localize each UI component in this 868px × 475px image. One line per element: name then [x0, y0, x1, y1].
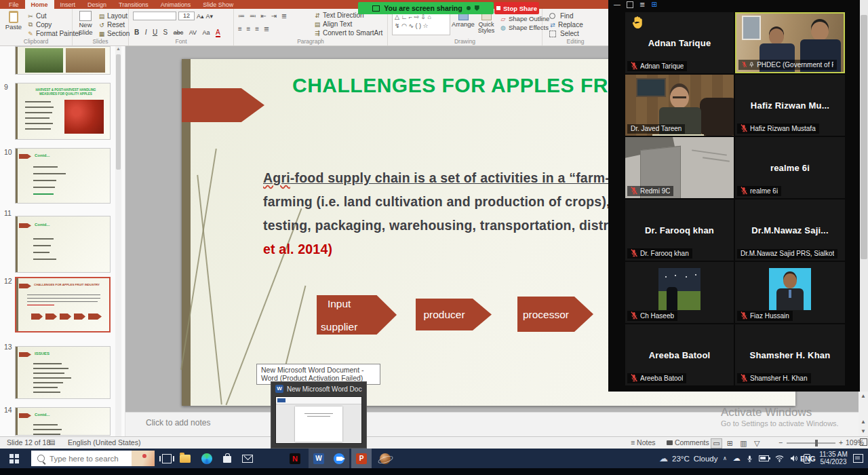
- participant-tile-ch-haseeb[interactable]: Ch Haseeb: [625, 262, 734, 323]
- tab-design[interactable]: Design: [81, 0, 113, 9]
- tab-insert[interactable]: Insert: [54, 0, 82, 9]
- list-buttons[interactable]: ≔ ≕ ⇤ ⇥ ≣: [238, 12, 288, 20]
- zoom-app-button[interactable]: [329, 449, 349, 468]
- slide-title[interactable]: CHALLENGES FOR APPLES FR: [292, 74, 608, 97]
- tab-file[interactable]: File: [3, 0, 25, 9]
- stop-share-button[interactable]: Stop Share: [494, 2, 539, 14]
- thumbnail-slide-13[interactable]: ISSUES: [15, 346, 111, 399]
- select-button[interactable]: Select: [549, 29, 583, 38]
- battery-icon[interactable]: [759, 455, 769, 461]
- slide-body-text[interactable]: Agri-food supply chain is a set of activ…: [263, 166, 620, 261]
- search-input[interactable]: [48, 454, 132, 463]
- action-center-button[interactable]: [853, 449, 863, 468]
- slide-scrollbar[interactable]: ▲ ▲ ▼: [859, 392, 868, 436]
- netflix-button[interactable]: N: [285, 449, 305, 468]
- mail-button[interactable]: [237, 449, 258, 468]
- clock[interactable]: 11:35 AM 5/4/2023: [816, 451, 850, 466]
- participant-tile-areeba-batool[interactable]: Areeba Batool Areeba Batool: [625, 324, 734, 385]
- word-preview-thumbnail[interactable]: [275, 396, 362, 444]
- char-spacing-button[interactable]: AV: [189, 29, 197, 36]
- edge-button[interactable]: [197, 449, 217, 468]
- bold-button[interactable]: B: [134, 28, 139, 36]
- thumbnail-slide-14[interactable]: Contd...: [15, 407, 111, 436]
- align-buttons[interactable]: ≡ ≡ ≡ ≣: [238, 25, 271, 33]
- zoom-panel-scrollbar-thumb[interactable]: [861, 15, 867, 259]
- shrink-font-icon[interactable]: A▾: [206, 13, 214, 20]
- participant-tile-shamsher-khan[interactable]: Shamsher H. Khan Shamsher H. Khan: [735, 324, 845, 385]
- powerpoint-button[interactable]: P: [351, 449, 372, 468]
- participant-tile-nawaz-sajid[interactable]: Dr.M.Nawaz Saji... Dr.M.Nawaz Sajid PRS,…: [735, 200, 845, 261]
- word-button[interactable]: W: [309, 449, 329, 468]
- quick-styles-button[interactable]: Quick Styles: [475, 12, 498, 34]
- font-name-box[interactable]: [133, 12, 176, 20]
- participant-tile-javed-tareen[interactable]: Dr. Javed Tareen: [625, 75, 734, 136]
- fit-slide-to-window-icon[interactable]: [860, 438, 867, 446]
- replace-button[interactable]: ⇄Replace: [549, 20, 583, 29]
- title-arrow-shape[interactable]: [182, 88, 264, 122]
- notes-toggle[interactable]: ≡ Notes: [631, 438, 656, 446]
- reset-button[interactable]: ↺Reset: [98, 20, 130, 29]
- shadow-button[interactable]: S: [163, 28, 168, 36]
- normal-view-button[interactable]: ▭: [711, 438, 722, 449]
- notes-placeholder[interactable]: Click to add notes: [146, 418, 210, 428]
- reading-view-button[interactable]: ▥: [738, 439, 749, 448]
- list-view-icon[interactable]: ≣: [639, 1, 645, 8]
- start-button[interactable]: [0, 449, 31, 468]
- previous-slide-button[interactable]: ▲: [859, 417, 868, 427]
- display-settings-icon[interactable]: ▤: [49, 438, 55, 446]
- onedrive-icon[interactable]: ☁: [733, 454, 741, 463]
- speaker-view-icon[interactable]: [627, 1, 633, 8]
- zoom-in-button[interactable]: +: [839, 438, 843, 446]
- participant-tile-adnan-tarique[interactable]: Adnan Tarique Adnan Tarique: [625, 12, 734, 73]
- thumbnail-scrollbar[interactable]: ▲: [115, 46, 121, 436]
- tray-mic-icon[interactable]: [747, 455, 753, 463]
- shape-gallery[interactable]: △ ∟ ⌐ ⇨ ⇩ ⌂ ↯ ◠ ∿ ( ) ☆: [392, 11, 450, 35]
- microsoft-store-button[interactable]: [217, 449, 237, 468]
- align-text-button[interactable]: ▤Align Text: [314, 20, 382, 28]
- participant-tile-redmi-9c[interactable]: Redmi 9C: [625, 137, 734, 198]
- zoom-panel-scrollbar[interactable]: [860, 0, 868, 392]
- font-size-box[interactable]: 12: [178, 12, 195, 20]
- change-case-button[interactable]: Aa: [203, 29, 210, 36]
- wifi-icon[interactable]: [775, 455, 784, 462]
- find-button[interactable]: Find: [549, 12, 583, 20]
- game-app-button[interactable]: [375, 449, 395, 468]
- slideshow-button[interactable]: ▽: [751, 439, 763, 448]
- comments-toggle[interactable]: Comments: [667, 438, 709, 446]
- flow-arrow-input-supplier[interactable]: Inputsupplier: [317, 295, 397, 335]
- tray-expand-icon[interactable]: ∧: [723, 455, 727, 461]
- zoom-slider[interactable]: [787, 442, 835, 444]
- taskbar-search[interactable]: [31, 451, 155, 466]
- tab-slideshow[interactable]: Slide Show: [197, 0, 239, 9]
- grow-font-icon[interactable]: A▴: [197, 13, 204, 20]
- tab-home[interactable]: Home: [25, 0, 54, 9]
- layout-button[interactable]: ▤Layout: [98, 12, 130, 20]
- gallery-view-icon[interactable]: ⊞: [651, 1, 656, 8]
- tab-transitions[interactable]: Transitions: [113, 0, 155, 9]
- thumbnail-slide-12-selected[interactable]: CHALLENGES FOR APPLES FRUIT INDUSTRY: [15, 277, 111, 332]
- thumbnail-slide-11[interactable]: Contd...: [15, 216, 111, 273]
- slide-sorter-view-button[interactable]: ⊞: [724, 439, 736, 448]
- section-button[interactable]: ▦Section: [98, 29, 130, 38]
- language-switcher[interactable]: ENG: [800, 449, 816, 468]
- zoom-out-button[interactable]: −: [778, 438, 783, 446]
- italic-button[interactable]: I: [145, 28, 147, 36]
- paste-button[interactable]: Paste: [1, 11, 26, 31]
- slide-count-indicator[interactable]: Slide 12 of 18: [7, 438, 50, 446]
- smartart-button[interactable]: ⇶Convert to SmartArt: [314, 28, 382, 37]
- participant-tile-farooq-khan[interactable]: Dr. Farooq khan Dr. Farooq khan: [625, 200, 734, 261]
- file-explorer-button[interactable]: [175, 449, 195, 468]
- participant-tile-realme-6i[interactable]: realme 6i realme 6i: [735, 137, 845, 198]
- minimize-window-icon[interactable]: —: [614, 1, 620, 8]
- word-taskbar-preview[interactable]: W New Microsoft Word Documen...: [271, 381, 367, 449]
- participant-tile-phdec[interactable]: PHDEC (Government of Pakistan): [735, 12, 845, 73]
- thumbnail-scrollbar-thumb[interactable]: [116, 54, 121, 170]
- scroll-up-arrow[interactable]: ▲: [859, 392, 868, 401]
- font-color-button[interactable]: A: [216, 28, 220, 37]
- weather-widget[interactable]: ☁ 23°C Cloudy: [659, 449, 718, 468]
- tab-animations[interactable]: Animations: [155, 0, 197, 9]
- scroll-up-icon[interactable]: ▲: [115, 46, 121, 51]
- flow-arrow-producer[interactable]: producer: [416, 299, 492, 330]
- participant-tile-hafiz-rizwan[interactable]: Hafiz Rizwan Mu... Hafiz Rizwan Mustafa: [735, 75, 845, 136]
- language-indicator[interactable]: English (United States): [68, 438, 140, 446]
